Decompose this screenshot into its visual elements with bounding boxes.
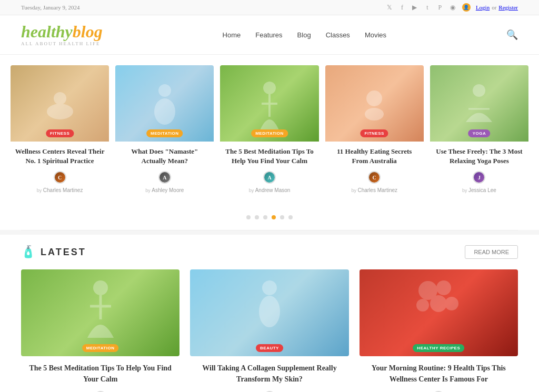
svg-point-14: [262, 280, 277, 295]
youtube-icon[interactable]: ▶: [411, 3, 419, 12]
carousel-card-4-avatar: C: [368, 171, 381, 184]
carousel-dot-6[interactable]: [288, 215, 293, 219]
carousel-card-2-author-row: A: [119, 171, 209, 184]
carousel-card-1-byline: by Charles Martinez: [15, 186, 105, 194]
main-nav: Home Features Blog Classes Movies: [223, 31, 386, 39]
carousel-dot-1[interactable]: [246, 215, 251, 219]
latest-card-3-title: Your Morning Routine: 9 Health Tips This…: [365, 363, 513, 385]
carousel-card-1-author-row: C: [15, 171, 105, 184]
carousel-card-4-byline: by Charles Martinez: [330, 186, 420, 194]
carousel-dot-3[interactable]: [263, 215, 267, 219]
latest-card-2-image: BEAUTY: [190, 269, 348, 356]
latest-cards: MEDITATION The 5 Best Meditation Tips To…: [21, 269, 518, 392]
nav-movies[interactable]: Movies: [365, 31, 386, 39]
nav-home[interactable]: Home: [223, 31, 241, 39]
carousel-card-5-badge: YOGA: [468, 129, 491, 137]
latest-card-1[interactable]: MEDITATION The 5 Best Meditation Tips To…: [21, 269, 179, 392]
facebook-icon[interactable]: f: [398, 3, 406, 12]
carousel-card-4[interactable]: FITNESS 11 Healthy Eating Secrets From A…: [325, 65, 424, 200]
carousel-card-3-avatar: A: [263, 171, 276, 184]
social-icons: 𝕏 f ▶ t P ◉: [385, 3, 457, 12]
svg-point-18: [430, 295, 447, 312]
carousel-card-5-title: Use These Freely: The 3 Most Relaxing Yo…: [434, 147, 524, 166]
latest-card-3-badge: HEALTHY RECIPES: [413, 344, 464, 352]
latest-card-1-image: MEDITATION: [21, 269, 179, 356]
svg-point-1: [54, 92, 66, 105]
carousel-card-2-body: What Does "Namaste" Actually Mean? A by …: [115, 142, 214, 200]
latest-card-1-title: The 5 Best Meditation Tips To Help You F…: [26, 363, 174, 385]
nav-features[interactable]: Features: [255, 31, 282, 39]
logo-subtitle: ALL ABOUT HEALTH LIFE: [21, 41, 103, 46]
carousel-card-2-badge: MEDITATION: [146, 129, 183, 137]
carousel-card-5-body: Use These Freely: The 3 Most Relaxing Yo…: [430, 142, 528, 200]
carousel-card-1-badge: FITNESS: [46, 129, 74, 137]
pinterest-icon[interactable]: P: [436, 3, 444, 12]
svg-point-4: [263, 82, 276, 94]
latest-section: 🧴 LATEST READ MORE MEDITATION The 5 Best…: [0, 235, 539, 392]
carousel-card-1-title: Wellness Centers Reveal Their No. 1 Spir…: [15, 147, 105, 166]
search-button[interactable]: 🔍: [506, 29, 518, 41]
carousel-card-2-avatar: A: [158, 171, 171, 184]
carousel-card-1-body: Wellness Centers Reveal Their No. 1 Spir…: [11, 142, 109, 200]
section-divider: [21, 230, 518, 230]
user-avatar-top: 👤: [462, 3, 471, 12]
carousel-card-3[interactable]: MEDITATION The 5 Best Meditation Tips To…: [220, 65, 318, 200]
latest-title-group: 🧴 LATEST: [21, 245, 86, 259]
carousel-card-5-image: YOGA: [430, 65, 528, 142]
top-bar-right: 𝕏 f ▶ t P ◉ 👤 Login or Register: [385, 3, 518, 12]
latest-card-2[interactable]: BEAUTY Will Taking A Collagen Supplement…: [190, 269, 348, 392]
logo-healthy: healthy: [21, 22, 73, 41]
register-link[interactable]: Register: [498, 4, 518, 11]
carousel-items: FITNESS Wellness Centers Reveal Their No…: [11, 65, 528, 200]
login-link[interactable]: Login: [476, 4, 490, 11]
carousel-card-4-title: 11 Healthy Eating Secrets From Australia: [330, 147, 420, 166]
or-text: or: [492, 4, 496, 11]
carousel-card-5[interactable]: YOGA Use These Freely: The 3 Most Relaxi…: [430, 65, 528, 200]
latest-card-1-body: The 5 Best Meditation Tips To Help You F…: [21, 356, 179, 392]
latest-icon: 🧴: [21, 245, 35, 259]
carousel-card-3-badge: MEDITATION: [251, 129, 288, 137]
carousel-dot-4[interactable]: [272, 215, 276, 219]
nav-classes[interactable]: Classes: [326, 31, 350, 39]
latest-card-3-image: HEALTHY RECIPES: [360, 269, 518, 356]
carousel-dot-5[interactable]: [280, 215, 284, 219]
carousel-card-1-avatar: C: [54, 171, 66, 184]
latest-title: LATEST: [41, 247, 86, 258]
latest-header: 🧴 LATEST READ MORE: [21, 245, 518, 259]
instagram-icon[interactable]: ◉: [448, 3, 457, 12]
svg-point-17: [436, 280, 451, 295]
latest-card-1-badge: MEDITATION: [82, 344, 119, 352]
twitter-icon[interactable]: 𝕏: [385, 3, 394, 12]
carousel-card-3-image: MEDITATION: [220, 65, 318, 142]
carousel-dot-2[interactable]: [255, 215, 259, 219]
carousel-card-2-title: What Does "Namaste" Actually Mean?: [119, 147, 209, 166]
latest-read-more-button[interactable]: READ MORE: [465, 245, 518, 259]
svg-point-11: [93, 280, 108, 295]
carousel-card-3-author-row: A: [224, 171, 314, 184]
svg-point-9: [473, 84, 485, 97]
carousel-card-2[interactable]: MEDITATION What Does "Namaste" Actually …: [115, 65, 214, 200]
latest-card-2-badge: BEAUTY: [256, 344, 283, 352]
top-bar-date: Tuesday, January 9, 2024: [21, 4, 80, 11]
carousel-card-4-body: 11 Healthy Eating Secrets From Australia…: [325, 142, 424, 200]
carousel-card-2-image: MEDITATION: [115, 65, 214, 142]
svg-point-15: [259, 296, 280, 327]
carousel-card-4-badge: FITNESS: [361, 129, 388, 137]
svg-point-20: [445, 297, 458, 310]
carousel-card-5-author-row: J: [434, 171, 524, 184]
tumblr-icon[interactable]: t: [423, 3, 432, 12]
carousel-section: FITNESS Wellness Centers Reveal Their No…: [0, 55, 539, 206]
latest-card-2-body: Will Taking A Collagen Supplement Really…: [190, 356, 348, 392]
latest-card-3-body: Your Morning Routine: 9 Health Tips This…: [360, 356, 518, 392]
logo-blog: blog: [73, 22, 103, 41]
carousel-card-5-avatar: J: [473, 171, 485, 184]
latest-card-3[interactable]: HEALTHY RECIPES Your Morning Routine: 9 …: [360, 269, 518, 392]
svg-point-0: [47, 104, 73, 119]
carousel-card-2-byline: by Ashley Moore: [119, 186, 209, 194]
carousel-card-1-image: FITNESS: [11, 65, 109, 142]
latest-card-2-title: Will Taking A Collagen Supplement Really…: [195, 363, 343, 385]
logo[interactable]: healthyblog ALL ABOUT HEALTH LIFE: [21, 23, 103, 46]
logo-main: healthyblog: [21, 23, 103, 40]
nav-blog[interactable]: Blog: [297, 31, 311, 39]
carousel-card-1[interactable]: FITNESS Wellness Centers Reveal Their No…: [11, 65, 109, 200]
